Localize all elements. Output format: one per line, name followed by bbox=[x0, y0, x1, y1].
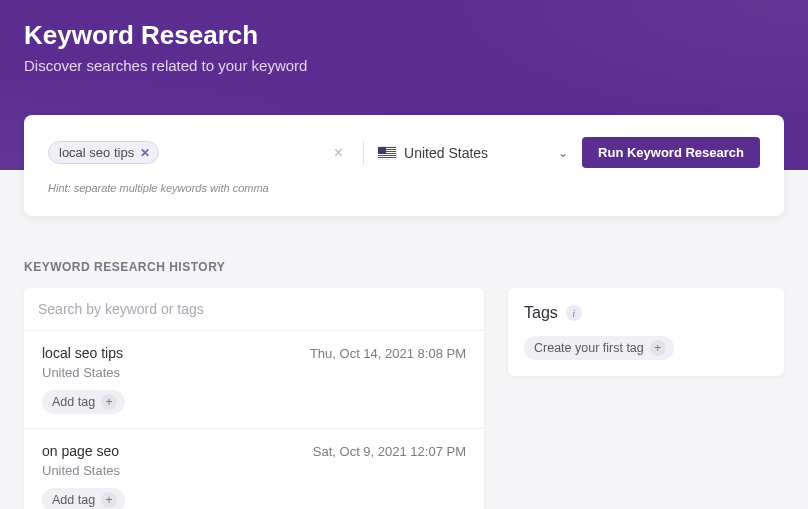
history-section-label: KEYWORD RESEARCH HISTORY bbox=[24, 260, 784, 274]
add-tag-button[interactable]: Add tag + bbox=[42, 488, 125, 509]
close-icon[interactable]: ✕ bbox=[140, 146, 150, 160]
keyword-chip[interactable]: local seo tips ✕ bbox=[48, 141, 159, 164]
history-keyword: local seo tips bbox=[42, 345, 123, 361]
add-tag-button[interactable]: Add tag + bbox=[42, 390, 125, 414]
history-country: United States bbox=[42, 463, 466, 478]
keyword-chip-label: local seo tips bbox=[59, 145, 134, 160]
chevron-down-icon: ⌄ bbox=[558, 146, 568, 160]
plus-icon: + bbox=[650, 340, 666, 356]
hero-banner: Keyword Research Discover searches relat… bbox=[0, 0, 808, 170]
history-date: Thu, Oct 14, 2021 8:08 PM bbox=[310, 346, 466, 361]
page-subtitle: Discover searches related to your keywor… bbox=[24, 57, 784, 74]
add-tag-label: Add tag bbox=[52, 493, 95, 507]
history-panel: local seo tips Thu, Oct 14, 2021 8:08 PM… bbox=[24, 288, 484, 509]
history-item[interactable]: on page seo Sat, Oct 9, 2021 12:07 PM Un… bbox=[24, 429, 484, 509]
clear-input-icon[interactable]: × bbox=[328, 144, 349, 162]
keyword-input[interactable]: local seo tips ✕ × bbox=[48, 141, 349, 164]
divider bbox=[363, 141, 364, 165]
country-label: United States bbox=[404, 145, 488, 161]
history-keyword: on page seo bbox=[42, 443, 119, 459]
plus-icon: + bbox=[101, 492, 117, 508]
run-keyword-research-button[interactable]: Run Keyword Research bbox=[582, 137, 760, 168]
search-card: local seo tips ✕ × United States ⌄ Run K… bbox=[24, 115, 784, 216]
plus-icon: + bbox=[101, 394, 117, 410]
add-tag-label: Add tag bbox=[52, 395, 95, 409]
info-icon[interactable]: i bbox=[566, 305, 582, 321]
us-flag-icon bbox=[378, 147, 396, 159]
history-item[interactable]: local seo tips Thu, Oct 14, 2021 8:08 PM… bbox=[24, 331, 484, 429]
history-search-input[interactable] bbox=[38, 301, 470, 317]
create-tag-label: Create your first tag bbox=[534, 341, 644, 355]
history-search-wrap bbox=[24, 288, 484, 331]
history-date: Sat, Oct 9, 2021 12:07 PM bbox=[313, 444, 466, 459]
page-title: Keyword Research bbox=[24, 20, 784, 51]
tags-panel: Tags i Create your first tag + bbox=[508, 288, 784, 376]
country-select[interactable]: United States ⌄ bbox=[378, 145, 568, 161]
create-tag-button[interactable]: Create your first tag + bbox=[524, 336, 674, 360]
history-country: United States bbox=[42, 365, 466, 380]
keyword-hint: Hint: separate multiple keywords with co… bbox=[48, 182, 760, 194]
tags-title: Tags bbox=[524, 304, 558, 322]
